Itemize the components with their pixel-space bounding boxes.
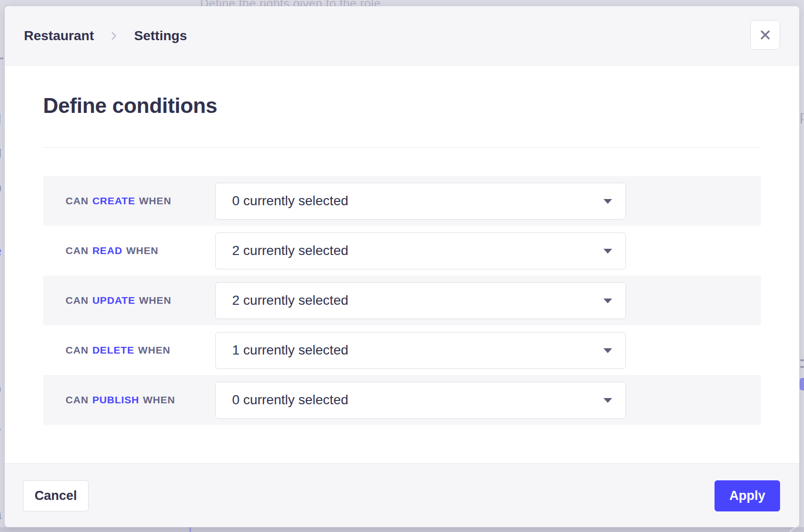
permission-row-label: CAN DELETE WHEN (43, 344, 215, 356)
background-check-fragment (789, 527, 797, 532)
divider (43, 147, 761, 148)
dimmed-background-top: Define the rights given to the role (0, 0, 804, 6)
select-value: 2 currently selected (232, 293, 348, 308)
permission-row-create: CAN CREATE WHEN 0 currently selected (43, 176, 761, 226)
label-prefix: CAN (66, 195, 89, 207)
select-value: 0 currently selected (232, 193, 348, 209)
conditions-select-publish[interactable]: 0 currently selected (215, 382, 626, 419)
chevron-down-icon (603, 398, 612, 403)
select-value: 0 currently selected (232, 392, 348, 408)
label-suffix: WHEN (139, 295, 171, 306)
chevron-right-icon (108, 30, 120, 42)
background-line-fragment (190, 527, 191, 532)
label-suffix: WHEN (143, 394, 175, 406)
label-action: DELETE (92, 344, 134, 356)
dimmed-background-right: p (799, 6, 804, 527)
conditions-select-update[interactable]: 2 currently selected (215, 282, 626, 319)
label-prefix: CAN (66, 344, 89, 356)
label-action: UPDATE (92, 295, 135, 306)
label-action: CREATE (92, 195, 135, 207)
cancel-button[interactable]: Cancel (23, 480, 89, 511)
chevron-down-icon (603, 249, 612, 254)
background-text-fragment: p (800, 108, 804, 124)
breadcrumb: Restaurant Settings (24, 28, 187, 44)
modal-footer: Cancel Apply (5, 463, 799, 527)
permission-row-read: CAN READ WHEN 2 currently selected (43, 226, 761, 276)
chevron-down-icon (603, 299, 612, 303)
chevron-down-icon (603, 199, 612, 204)
conditions-select-delete[interactable]: 1 currently selected (215, 332, 626, 369)
label-prefix: CAN (66, 394, 89, 406)
page-title: Define conditions (43, 94, 217, 118)
background-text-fragment: g (0, 144, 2, 160)
page-background: Define the rights given to the role - r … (0, 0, 804, 532)
permission-row-label: CAN PUBLISH WHEN (43, 394, 215, 406)
select-value: 1 currently selected (232, 343, 348, 358)
label-action: PUBLISH (92, 394, 139, 406)
select-value: 2 currently selected (232, 243, 348, 258)
permission-row-label: CAN UPDATE WHEN (43, 295, 215, 306)
background-text-fragment: - (0, 49, 4, 66)
label-suffix: WHEN (138, 344, 170, 356)
conditions-select-create[interactable]: 0 currently selected (215, 183, 626, 220)
breadcrumb-item-restaurant: Restaurant (24, 28, 94, 44)
background-text-fragment: o (0, 179, 2, 196)
settings-modal: Restaurant Settings Define conditions (5, 6, 799, 527)
background-line-fragment (800, 359, 804, 361)
modal-header: Restaurant Settings (5, 6, 799, 66)
label-suffix: WHEN (126, 245, 158, 256)
close-button[interactable] (750, 20, 780, 50)
conditions-table: CAN CREATE WHEN 0 currently selected CAN… (43, 176, 761, 425)
label-action: READ (92, 245, 123, 256)
modal-body: Define conditions CAN CREATE WHEN 0 curr… (5, 66, 799, 463)
background-text-fragment: p (0, 380, 1, 397)
permission-row-label: CAN READ WHEN (43, 245, 215, 256)
permission-row-update: CAN UPDATE WHEN 2 currently selected (43, 276, 761, 325)
label-prefix: CAN (66, 295, 89, 306)
background-button-fragment (800, 378, 804, 390)
dimmed-background-bottom (0, 527, 804, 532)
background-text-fragment: d (0, 111, 1, 128)
breadcrumb-item-settings: Settings (134, 28, 187, 44)
chevron-down-icon (603, 348, 612, 353)
permission-row-publish: CAN PUBLISH WHEN 0 currently selected (43, 375, 761, 425)
conditions-select-read[interactable]: 2 currently selected (215, 233, 626, 269)
background-text-fragment: a (0, 506, 2, 522)
label-suffix: WHEN (139, 195, 171, 207)
apply-button[interactable]: Apply (715, 480, 780, 511)
close-icon (759, 28, 772, 42)
background-text-fragment: v (0, 423, 1, 440)
permission-row-delete: CAN DELETE WHEN 1 currently selected (43, 325, 761, 375)
background-line-fragment (800, 366, 804, 368)
background-text-fragment: e (0, 243, 2, 259)
label-prefix: CAN (66, 245, 89, 256)
background-page-title: Define the rights given to the role (200, 0, 380, 6)
permission-row-label: CAN CREATE WHEN (43, 195, 215, 207)
dimmed-background-left: - r d g o r e ti p v a (0, 6, 5, 527)
